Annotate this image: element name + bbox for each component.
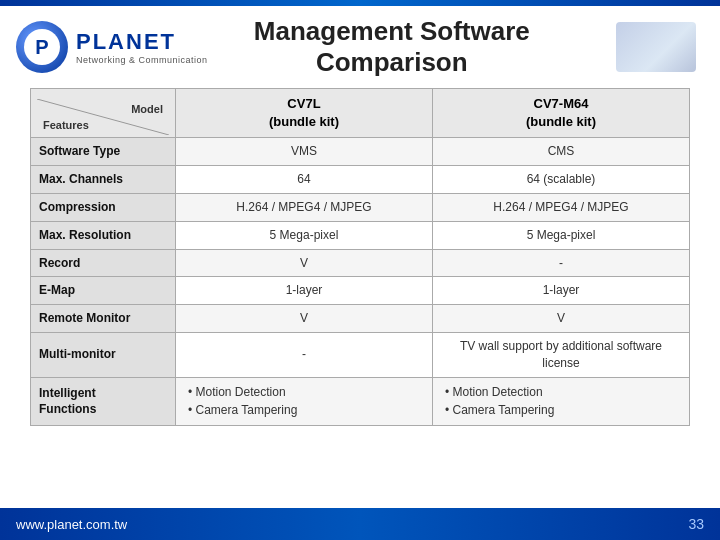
logo-name: PLANET [76,29,208,55]
page-number: 33 [688,516,704,532]
logo-area: P PLANET Networking & Communication [16,21,208,73]
comparison-table: Features Model CV7L (bundle kit) CV7-M64… [30,88,690,426]
td-col1-bullets: Motion DetectionCamera Tampering [175,377,432,426]
table-header-row: Features Model CV7L (bundle kit) CV7-M64… [31,89,690,138]
td-col2-value: 5 Mega-pixel [432,221,689,249]
td-col2-value: 1-layer [432,277,689,305]
bottom-bar: www.planet.com.tw 33 [0,508,720,540]
td-col2-value: V [432,305,689,333]
col2-sub: (bundle kit) [526,114,596,129]
td-feature: Intelligent Functions [31,377,176,426]
td-col2-value: - [432,249,689,277]
td-feature: Compression [31,193,176,221]
logo-tagline: Networking & Communication [76,55,208,65]
th-cv7l: CV7L (bundle kit) [175,89,432,138]
td-col2-value: H.264 / MPEG4 / MJPEG [432,193,689,221]
table-row: Intelligent FunctionsMotion DetectionCam… [31,377,690,426]
comparison-table-container: Features Model CV7L (bundle kit) CV7-M64… [0,88,720,426]
table-row: Software TypeVMSCMS [31,138,690,166]
page-title: Management Software Comparison [208,16,616,78]
td-feature: Max. Channels [31,166,176,194]
td-feature: Software Type [31,138,176,166]
td-feature: E-Map [31,277,176,305]
table-row: RecordV- [31,249,690,277]
td-col1-value: - [175,332,432,377]
header-decoration [616,22,696,72]
td-feature: Remote Monitor [31,305,176,333]
td-feature: Record [31,249,176,277]
website-url: www.planet.com.tw [16,517,127,532]
header: P PLANET Networking & Communication Mana… [0,6,720,84]
td-col1-value: H.264 / MPEG4 / MJPEG [175,193,432,221]
list-item: Motion Detection [445,383,681,402]
table-row: Remote MonitorVV [31,305,690,333]
logo-text: PLANET Networking & Communication [76,29,208,65]
td-feature: Multi-monitor [31,332,176,377]
table-row: Max. Channels6464 (scalable) [31,166,690,194]
table-row: Max. Resolution5 Mega-pixel5 Mega-pixel [31,221,690,249]
list-item: Camera Tampering [445,401,681,420]
logo-circle: P [16,21,68,73]
table-row: CompressionH.264 / MPEG4 / MJPEGH.264 / … [31,193,690,221]
list-item: Camera Tampering [188,401,424,420]
features-label: Features [43,119,89,131]
table-row: Multi-monitor-TV wall support by additio… [31,332,690,377]
col2-label: CV7-M64 [534,96,589,111]
th-cv7m64: CV7-M64 (bundle kit) [432,89,689,138]
col1-label: CV7L [287,96,320,111]
td-col2-bullets: Motion DetectionCamera Tampering [432,377,689,426]
table-body: Software TypeVMSCMSMax. Channels6464 (sc… [31,138,690,426]
td-col1-value: 64 [175,166,432,194]
table-row: E-Map1-layer1-layer [31,277,690,305]
list-item: Motion Detection [188,383,424,402]
td-col2-value: TV wall support by additional software l… [432,332,689,377]
td-col1-value: 5 Mega-pixel [175,221,432,249]
td-col2-value: CMS [432,138,689,166]
td-col1-value: 1-layer [175,277,432,305]
td-col2-value: 64 (scalable) [432,166,689,194]
td-col1-value: V [175,249,432,277]
logo-inner: P [24,29,60,65]
model-label: Model [131,103,163,115]
td-col1-value: VMS [175,138,432,166]
td-feature: Max. Resolution [31,221,176,249]
col1-sub: (bundle kit) [269,114,339,129]
th-features-model: Features Model [31,89,176,138]
logo-letter: P [35,36,48,59]
td-col1-value: V [175,305,432,333]
